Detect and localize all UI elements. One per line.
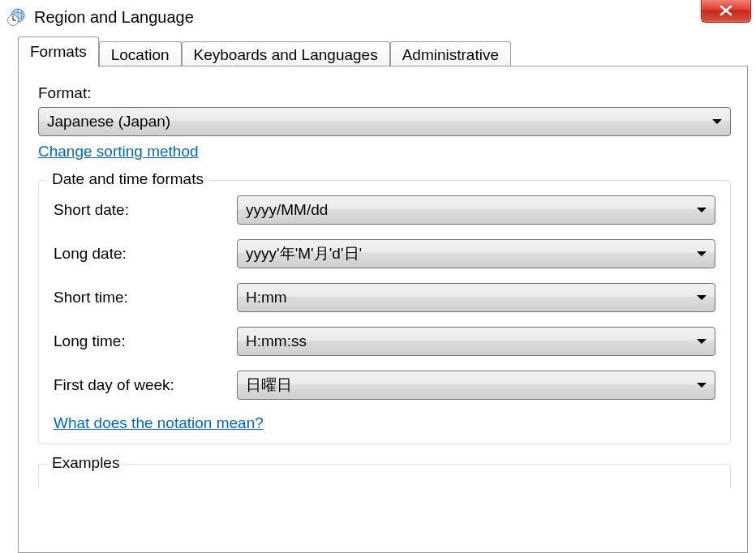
format-label: Format: — [38, 84, 731, 102]
long-date-label: Long date: — [54, 245, 237, 263]
tab-location[interactable]: Location — [99, 41, 182, 68]
datetime-legend: Date and time formats — [47, 170, 208, 188]
long-date-row: Long date: yyyy'年'M'月'd'日' — [54, 239, 715, 268]
tab-label: Administrative — [402, 46, 499, 63]
first-day-label: First day of week: — [54, 376, 237, 394]
tab-label: Keyboards and Languages — [194, 46, 378, 63]
close-button[interactable] — [701, 0, 751, 23]
titlebar: Region and Language — [0, 0, 756, 34]
tab-label: Formats — [30, 43, 87, 60]
chevron-down-icon — [697, 251, 707, 256]
long-date-combo[interactable]: yyyy'年'M'月'd'日' — [237, 239, 715, 268]
chevron-down-icon — [697, 339, 707, 344]
datetime-fieldset: Date and time formats Short date: yyyy/M… — [38, 180, 731, 444]
globe-clock-icon — [6, 7, 26, 27]
chevron-down-icon — [697, 383, 707, 388]
region-language-window: Region and Language Formats Location Key… — [0, 0, 756, 553]
chevron-down-icon — [697, 295, 707, 300]
close-icon — [719, 5, 733, 16]
short-date-row: Short date: yyyy/MM/dd — [54, 195, 715, 225]
short-time-value: H:mm — [246, 289, 287, 307]
format-combo[interactable]: Japanese (Japan) — [38, 107, 731, 136]
tab-label: Location — [111, 46, 170, 63]
tab-administrative[interactable]: Administrative — [390, 41, 511, 68]
short-time-label: Short time: — [54, 289, 237, 307]
tab-body-formats: Format: Japanese (Japan) Change sorting … — [18, 66, 748, 553]
long-time-combo[interactable]: H:mm:ss — [237, 327, 715, 356]
long-time-label: Long time: — [54, 332, 237, 350]
first-day-combo[interactable]: 日曜日 — [237, 371, 715, 400]
chevron-down-icon — [712, 119, 722, 124]
short-time-row: Short time: H:mm — [54, 283, 715, 312]
first-day-value: 日曜日 — [246, 375, 292, 396]
tab-formats[interactable]: Formats — [18, 36, 99, 67]
format-value: Japanese (Japan) — [47, 113, 170, 131]
notation-link[interactable]: What does the notation mean? — [54, 414, 264, 432]
first-day-row: First day of week: 日曜日 — [54, 371, 715, 400]
long-time-row: Long time: H:mm:ss — [54, 327, 715, 356]
examples-fieldset: Examples — [38, 464, 731, 488]
tabstrip: Formats Location Keyboards and Languages… — [0, 34, 756, 66]
examples-legend: Examples — [47, 454, 124, 472]
short-date-value: yyyy/MM/dd — [246, 201, 328, 219]
long-time-value: H:mm:ss — [246, 332, 307, 350]
change-sorting-link[interactable]: Change sorting method — [38, 143, 199, 161]
long-date-value: yyyy'年'M'月'd'日' — [246, 243, 362, 264]
chevron-down-icon — [697, 208, 707, 212]
short-date-combo[interactable]: yyyy/MM/dd — [237, 195, 715, 225]
short-time-combo[interactable]: H:mm — [237, 283, 715, 312]
short-date-label: Short date: — [54, 201, 237, 219]
tab-keyboards-languages[interactable]: Keyboards and Languages — [182, 41, 390, 68]
window-title: Region and Language — [34, 8, 194, 27]
